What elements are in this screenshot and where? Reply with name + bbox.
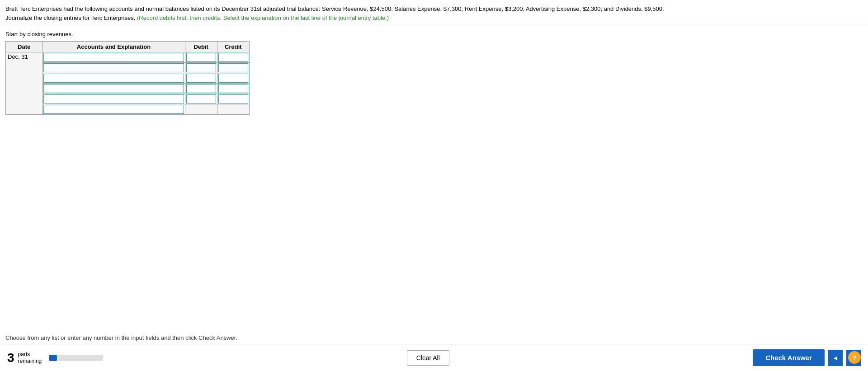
start-instruction: Start by closing revenues. — [0, 25, 868, 41]
account-cell-5 — [42, 94, 185, 104]
account-cell-3 — [42, 73, 185, 84]
account-input-3[interactable] — [43, 74, 184, 83]
parts-number: 3 — [7, 351, 14, 365]
header-date: Date — [6, 42, 42, 52]
account-cell-6 — [42, 104, 185, 115]
help-icon-button[interactable]: ? — [848, 351, 861, 364]
parts-remaining: 3 partsremaining — [7, 351, 103, 365]
header-account: Accounts and Explanation — [42, 42, 185, 52]
bottom-bar: 3 partsremaining Clear All Check Answer … — [0, 344, 868, 371]
check-answer-button[interactable]: Check Answer — [753, 349, 825, 366]
parts-label: partsremaining — [18, 351, 42, 364]
debit-cell-5 — [185, 94, 217, 104]
table-row — [6, 84, 250, 94]
footer-instruction: Choose from any list or enter any number… — [5, 334, 237, 341]
credit-input-1[interactable] — [218, 53, 248, 62]
account-input-4[interactable] — [43, 84, 184, 93]
debit-cell-4 — [185, 84, 217, 94]
debit-input-4[interactable] — [186, 84, 216, 93]
debit-cell-6 — [185, 104, 217, 115]
account-cell-1 — [42, 52, 185, 63]
table-row-last — [6, 104, 250, 115]
header-debit: Debit — [185, 42, 217, 52]
nav-prev-button[interactable]: ◄ — [828, 350, 843, 366]
account-input-2[interactable] — [43, 63, 184, 72]
table-row — [6, 73, 250, 84]
table-row — [6, 94, 250, 104]
journal-table-wrapper: Date Accounts and Explanation Debit Cred… — [0, 41, 868, 115]
progress-bar-fill — [49, 355, 57, 361]
progress-bar-container — [49, 355, 103, 361]
debit-cell-1 — [185, 52, 217, 63]
debit-input-1[interactable] — [186, 53, 216, 62]
credit-cell-4 — [217, 84, 249, 94]
credit-cell-1 — [217, 52, 249, 63]
debit-input-2[interactable] — [186, 63, 216, 72]
account-input-5[interactable] — [43, 94, 184, 103]
account-cell-4 — [42, 84, 185, 94]
credit-input-5[interactable] — [218, 94, 248, 103]
clear-all-button[interactable]: Clear All — [407, 350, 449, 366]
credit-cell-3 — [217, 73, 249, 84]
account-cell-2 — [42, 63, 185, 73]
debit-cell-2 — [185, 63, 217, 73]
bottom-right: Check Answer ◄ ► — [753, 349, 861, 366]
date-cell: Dec. 31 — [6, 52, 42, 115]
record-hint: (Record debits first, then credits. Sele… — [137, 14, 389, 21]
credit-cell-5 — [217, 94, 249, 104]
journalize-instruction: Journalize the closing entries for Terc … — [5, 14, 135, 21]
credit-input-2[interactable] — [218, 63, 248, 72]
debit-input-3[interactable] — [186, 74, 216, 83]
header-credit: Credit — [217, 42, 249, 52]
table-row — [6, 63, 250, 73]
bottom-center: Clear All — [103, 350, 753, 366]
problem-text: Brett Terc Enterprises had the following… — [0, 0, 868, 25]
journal-table: Date Accounts and Explanation Debit Cred… — [5, 41, 250, 115]
credit-cell-6 — [217, 104, 249, 115]
account-input-1[interactable] — [43, 53, 184, 62]
credit-input-3[interactable] — [218, 74, 248, 83]
credit-input-4[interactable] — [218, 84, 248, 93]
table-row: Dec. 31 — [6, 52, 250, 63]
account-input-6[interactable] — [43, 105, 184, 114]
debit-cell-3 — [185, 73, 217, 84]
problem-description: Brett Terc Enterprises had the following… — [5, 5, 664, 12]
credit-cell-2 — [217, 63, 249, 73]
debit-input-5[interactable] — [186, 94, 216, 103]
